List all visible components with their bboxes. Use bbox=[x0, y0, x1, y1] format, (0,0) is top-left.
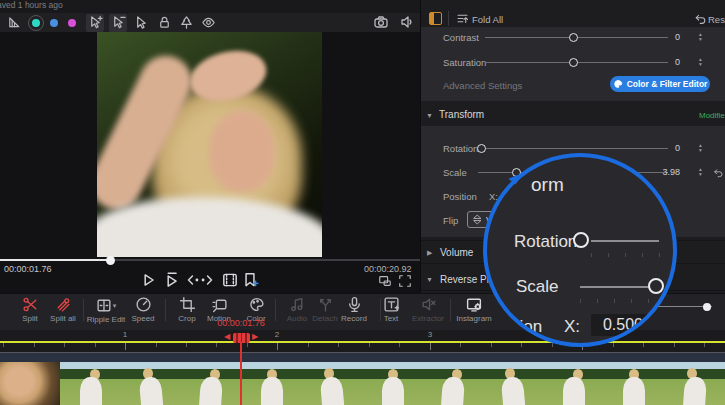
clip-thumbnail[interactable] bbox=[362, 362, 422, 405]
clip-thumbnail[interactable] bbox=[242, 362, 302, 405]
total-duration: 00:00:20.92 bbox=[364, 264, 412, 274]
transform-modified-badge: Modified bbox=[699, 111, 725, 120]
scale-stepper[interactable]: ▴▾ bbox=[699, 167, 702, 176]
cursor-add-tool[interactable] bbox=[86, 14, 104, 32]
stepper-down-icon[interactable]: ▾ bbox=[699, 37, 702, 42]
snapshot-button[interactable] bbox=[221, 271, 239, 289]
transform-section-title[interactable]: Transform bbox=[439, 109, 484, 120]
ruler-tick-label: 2 bbox=[275, 330, 279, 339]
clip-thumbnail[interactable] bbox=[664, 362, 724, 405]
instagram-screen-gear-icon bbox=[465, 296, 483, 313]
scale-value: 3.98 bbox=[653, 167, 680, 177]
playhead-line[interactable] bbox=[240, 342, 242, 405]
fold-all-icon[interactable] bbox=[456, 12, 469, 25]
magnified-scale-label: Scale bbox=[516, 277, 559, 297]
palette-icon bbox=[613, 79, 623, 89]
playhead-time-label: 00:00:01.76 bbox=[217, 318, 265, 328]
split-all-icon bbox=[55, 296, 72, 313]
volume-collapse-icon[interactable]: ▶ bbox=[427, 249, 432, 257]
keyframe-tree-icon[interactable] bbox=[179, 15, 194, 30]
contrast-value: 0 bbox=[660, 32, 680, 42]
ruler-tick-label: 3 bbox=[428, 330, 432, 339]
saturation-label: Saturation bbox=[443, 57, 486, 68]
speed-gauge-icon bbox=[135, 296, 152, 313]
fold-all-label[interactable]: Fold All bbox=[472, 14, 503, 25]
saturation-slider-handle[interactable] bbox=[569, 58, 578, 67]
marker-dot-magenta[interactable] bbox=[68, 19, 76, 27]
position-label: Position bbox=[443, 191, 477, 202]
video-clip-track[interactable] bbox=[0, 362, 725, 405]
eye-icon[interactable] bbox=[201, 15, 216, 30]
cursor-line-icon bbox=[111, 15, 126, 30]
rotation-slider-handle[interactable] bbox=[477, 144, 486, 153]
autosave-status: aved 1 hours ago bbox=[0, 0, 63, 10]
flip-label: Flip bbox=[443, 215, 458, 226]
snapshot-camera-icon[interactable] bbox=[373, 14, 389, 30]
magnified-scale-handle bbox=[648, 278, 664, 294]
cursor-select-icon[interactable] bbox=[133, 15, 148, 30]
speaker-icon[interactable] bbox=[399, 14, 415, 30]
timeline-ruler-ticks[interactable] bbox=[0, 343, 725, 351]
trim-left-icon[interactable]: ◀ bbox=[224, 332, 230, 342]
stepper-down-icon[interactable]: ▾ bbox=[699, 172, 702, 177]
reset-label[interactable]: Reset bbox=[708, 14, 725, 25]
pip-view-icon[interactable] bbox=[378, 274, 392, 288]
transform-collapse-icon[interactable]: ▼ bbox=[426, 112, 433, 119]
video-track-header-bar[interactable] bbox=[0, 353, 725, 362]
reset-undo-icon[interactable] bbox=[693, 12, 706, 25]
preview-area: 00:00:01.76 00:00:20.92 bbox=[0, 32, 420, 293]
contrast-stepper[interactable]: ▴▾ bbox=[699, 32, 702, 41]
scale-label: Scale bbox=[443, 167, 467, 178]
rotation-stepper[interactable]: ▴▾ bbox=[699, 143, 702, 152]
video-frame[interactable] bbox=[97, 32, 322, 257]
cursor-plus-icon bbox=[88, 15, 103, 30]
clip-thumbnail[interactable] bbox=[544, 362, 604, 405]
clip-thumbnail[interactable] bbox=[121, 362, 181, 405]
contrast-slider-handle[interactable] bbox=[569, 33, 578, 42]
video-editor-window: aved 1 hours ago 4 00:00:01.76 00:00:20.… bbox=[0, 0, 725, 405]
render-preview-icon[interactable] bbox=[7, 15, 22, 30]
add-marker-button[interactable] bbox=[241, 271, 259, 289]
scale-reset-icon[interactable] bbox=[712, 167, 723, 178]
play-button[interactable] bbox=[139, 271, 157, 289]
magnified-transform-fragment: orm bbox=[531, 174, 564, 196]
clip-thumbnail[interactable] bbox=[483, 362, 543, 405]
stepper-down-icon[interactable]: ▾ bbox=[699, 148, 702, 153]
rotation-label: Rotation bbox=[443, 143, 478, 154]
clip-thumbnail[interactable] bbox=[181, 362, 241, 405]
clip-thumbnail[interactable] bbox=[60, 362, 120, 405]
clip-thumbnail[interactable] bbox=[0, 362, 60, 405]
clip-thumbnail[interactable] bbox=[604, 362, 664, 405]
marker-dot-cyan[interactable] bbox=[32, 19, 40, 27]
color-filter-editor-label: Color & Filter Editor bbox=[627, 79, 708, 89]
play-to-marker-button[interactable] bbox=[162, 271, 180, 289]
playhead-grip[interactable] bbox=[233, 333, 250, 343]
panel-header-divider bbox=[448, 11, 449, 26]
lock-icon[interactable] bbox=[157, 15, 172, 30]
video-subject-face bbox=[209, 110, 275, 192]
clip-thumbnail[interactable] bbox=[423, 362, 483, 405]
stepper-down-icon[interactable]: ▾ bbox=[699, 62, 702, 67]
magnified-scale-track bbox=[580, 286, 650, 288]
color-filter-editor-button[interactable]: Color & Filter Editor bbox=[610, 76, 710, 92]
panel-tab-icon[interactable] bbox=[429, 12, 442, 25]
playback-progress-handle[interactable] bbox=[106, 256, 115, 265]
trim-right-icon[interactable]: ▶ bbox=[252, 332, 258, 342]
saturation-value: 0 bbox=[660, 57, 680, 67]
fullscreen-icon[interactable] bbox=[398, 274, 412, 288]
rotation-slider[interactable] bbox=[478, 148, 668, 149]
cursor-trim-tool[interactable] bbox=[109, 14, 127, 32]
ruler-tick-label: 1 bbox=[123, 330, 127, 339]
rotation-value: 0 bbox=[660, 143, 680, 153]
extractor-speaker-icon bbox=[420, 296, 437, 313]
magnified-rotation-handle bbox=[573, 232, 589, 248]
magnified-tick-marks bbox=[591, 253, 661, 257]
saturation-stepper[interactable]: ▴▾ bbox=[699, 57, 702, 66]
marker-dot-blue[interactable] bbox=[50, 19, 58, 27]
clip-thumbnail[interactable] bbox=[302, 362, 362, 405]
next-frame-button[interactable] bbox=[198, 271, 216, 289]
volume-section-title[interactable]: Volume bbox=[440, 247, 473, 258]
reverse-collapse-icon[interactable]: ▼ bbox=[426, 276, 433, 283]
current-time: 00:00:01.76 bbox=[4, 264, 52, 274]
timeline-zoom-handle[interactable] bbox=[703, 303, 711, 311]
